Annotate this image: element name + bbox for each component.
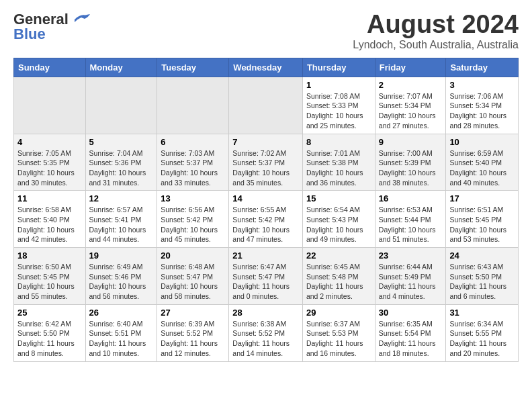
calendar-cell: 28Sunrise: 6:38 AM Sunset: 5:52 PM Dayli… [229,304,303,361]
day-info: Sunrise: 6:59 AM Sunset: 5:40 PM Dayligh… [449,148,515,188]
day-info: Sunrise: 6:40 AM Sunset: 5:51 PM Dayligh… [89,319,154,359]
day-info: Sunrise: 6:44 AM Sunset: 5:49 PM Dayligh… [379,262,443,302]
calendar-cell: 23Sunrise: 6:44 AM Sunset: 5:49 PM Dayli… [375,248,446,305]
day-number: 19 [89,250,154,261]
weekday-header-wednesday: Wednesday [229,58,303,77]
day-info: Sunrise: 7:04 AM Sunset: 5:36 PM Dayligh… [89,148,154,188]
logo: General Blue [13,11,91,43]
day-number: 21 [232,250,299,261]
day-number: 7 [232,137,299,147]
day-number: 25 [17,308,82,318]
weekday-header-row: SundayMondayTuesdayWednesdayThursdayFrid… [14,58,519,77]
day-info: Sunrise: 6:48 AM Sunset: 5:47 PM Dayligh… [161,262,225,302]
calendar-cell: 22Sunrise: 6:45 AM Sunset: 5:48 PM Dayli… [302,248,375,305]
day-number: 14 [232,193,299,203]
day-info: Sunrise: 6:39 AM Sunset: 5:52 PM Dayligh… [161,319,225,359]
calendar-week-row: 11Sunrise: 6:58 AM Sunset: 5:40 PM Dayli… [14,191,519,248]
calendar-cell: 4Sunrise: 7:05 AM Sunset: 5:35 PM Daylig… [14,134,86,191]
calendar-cell [14,77,86,134]
calendar-cell: 10Sunrise: 6:59 AM Sunset: 5:40 PM Dayli… [446,134,519,191]
day-number: 31 [449,308,515,318]
weekday-header-thursday: Thursday [302,58,375,77]
calendar-cell: 20Sunrise: 6:48 AM Sunset: 5:47 PM Dayli… [157,248,229,305]
day-number: 11 [17,193,82,203]
calendar-cell: 31Sunrise: 6:34 AM Sunset: 5:55 PM Dayli… [446,304,519,361]
day-info: Sunrise: 7:07 AM Sunset: 5:34 PM Dayligh… [379,91,443,131]
day-info: Sunrise: 6:53 AM Sunset: 5:44 PM Dayligh… [379,205,443,244]
calendar-cell: 14Sunrise: 6:55 AM Sunset: 5:42 PM Dayli… [229,191,303,248]
day-info: Sunrise: 6:50 AM Sunset: 5:45 PM Dayligh… [17,262,82,302]
weekday-header-saturday: Saturday [446,58,519,77]
day-info: Sunrise: 6:51 AM Sunset: 5:45 PM Dayligh… [449,205,515,244]
day-number: 27 [161,308,225,318]
weekday-header-monday: Monday [85,58,157,77]
day-info: Sunrise: 6:47 AM Sunset: 5:47 PM Dayligh… [232,262,299,302]
day-number: 30 [379,308,443,318]
day-number: 13 [161,193,225,203]
day-number: 5 [89,137,154,147]
calendar-cell: 12Sunrise: 6:57 AM Sunset: 5:41 PM Dayli… [85,191,157,248]
day-number: 1 [306,80,371,90]
day-info: Sunrise: 6:58 AM Sunset: 5:40 PM Dayligh… [17,205,82,244]
day-number: 3 [449,80,515,90]
day-info: Sunrise: 7:08 AM Sunset: 5:33 PM Dayligh… [306,91,371,131]
page-header: General Blue August 2024 Lyndoch, South … [13,11,519,51]
calendar-cell: 24Sunrise: 6:43 AM Sunset: 5:50 PM Dayli… [446,248,519,305]
calendar-cell: 17Sunrise: 6:51 AM Sunset: 5:45 PM Dayli… [446,191,519,248]
calendar-cell: 26Sunrise: 6:40 AM Sunset: 5:51 PM Dayli… [85,304,157,361]
calendar-cell: 27Sunrise: 6:39 AM Sunset: 5:52 PM Dayli… [157,304,229,361]
day-info: Sunrise: 6:56 AM Sunset: 5:42 PM Dayligh… [161,205,225,244]
day-number: 16 [379,193,443,203]
calendar-cell: 13Sunrise: 6:56 AM Sunset: 5:42 PM Dayli… [157,191,229,248]
calendar-week-row: 18Sunrise: 6:50 AM Sunset: 5:45 PM Dayli… [14,248,519,305]
day-number: 4 [17,137,82,147]
calendar-cell: 7Sunrise: 7:02 AM Sunset: 5:37 PM Daylig… [229,134,303,191]
calendar-cell: 19Sunrise: 6:49 AM Sunset: 5:46 PM Dayli… [85,248,157,305]
calendar-week-row: 25Sunrise: 6:42 AM Sunset: 5:50 PM Dayli… [14,304,519,361]
calendar-cell: 21Sunrise: 6:47 AM Sunset: 5:47 PM Dayli… [229,248,303,305]
day-info: Sunrise: 7:06 AM Sunset: 5:34 PM Dayligh… [449,91,515,131]
calendar-week-row: 4Sunrise: 7:05 AM Sunset: 5:35 PM Daylig… [14,134,519,191]
day-number: 6 [161,137,225,147]
calendar-cell: 2Sunrise: 7:07 AM Sunset: 5:34 PM Daylig… [375,77,446,134]
calendar-cell: 9Sunrise: 7:00 AM Sunset: 5:39 PM Daylig… [375,134,446,191]
page-subtitle: Lyndoch, South Australia, Australia [353,39,519,51]
calendar-cell: 25Sunrise: 6:42 AM Sunset: 5:50 PM Dayli… [14,304,86,361]
day-number: 18 [17,250,82,261]
day-info: Sunrise: 6:37 AM Sunset: 5:53 PM Dayligh… [306,319,371,359]
weekday-header-sunday: Sunday [14,58,86,77]
day-number: 2 [379,80,443,90]
day-info: Sunrise: 6:35 AM Sunset: 5:54 PM Dayligh… [379,319,443,359]
day-info: Sunrise: 6:49 AM Sunset: 5:46 PM Dayligh… [89,262,154,302]
day-info: Sunrise: 6:43 AM Sunset: 5:50 PM Dayligh… [449,262,515,302]
calendar-cell [85,77,157,134]
day-number: 15 [306,193,371,203]
day-info: Sunrise: 6:42 AM Sunset: 5:50 PM Dayligh… [17,319,82,359]
day-number: 17 [449,193,515,203]
calendar-cell: 5Sunrise: 7:04 AM Sunset: 5:36 PM Daylig… [85,134,157,191]
calendar-cell: 18Sunrise: 6:50 AM Sunset: 5:45 PM Dayli… [14,248,86,305]
day-info: Sunrise: 6:38 AM Sunset: 5:52 PM Dayligh… [232,319,299,359]
day-info: Sunrise: 7:01 AM Sunset: 5:38 PM Dayligh… [306,148,371,188]
day-info: Sunrise: 7:03 AM Sunset: 5:37 PM Dayligh… [161,148,225,188]
weekday-header-tuesday: Tuesday [157,58,229,77]
day-info: Sunrise: 6:54 AM Sunset: 5:43 PM Dayligh… [306,205,371,244]
calendar-cell [229,77,303,134]
day-number: 23 [379,250,443,261]
day-info: Sunrise: 6:57 AM Sunset: 5:41 PM Dayligh… [89,205,154,244]
day-number: 29 [306,308,371,318]
calendar-cell: 29Sunrise: 6:37 AM Sunset: 5:53 PM Dayli… [302,304,375,361]
calendar-cell: 1Sunrise: 7:08 AM Sunset: 5:33 PM Daylig… [302,77,375,134]
day-info: Sunrise: 7:00 AM Sunset: 5:39 PM Dayligh… [379,148,443,188]
calendar-cell: 16Sunrise: 6:53 AM Sunset: 5:44 PM Dayli… [375,191,446,248]
day-number: 26 [89,308,154,318]
day-info: Sunrise: 7:02 AM Sunset: 5:37 PM Dayligh… [232,148,299,188]
calendar-week-row: 1Sunrise: 7:08 AM Sunset: 5:33 PM Daylig… [14,77,519,134]
day-info: Sunrise: 6:55 AM Sunset: 5:42 PM Dayligh… [232,205,299,244]
weekday-header-friday: Friday [375,58,446,77]
calendar-cell: 15Sunrise: 6:54 AM Sunset: 5:43 PM Dayli… [302,191,375,248]
day-number: 22 [306,250,371,261]
day-number: 28 [232,308,299,318]
day-number: 20 [161,250,225,261]
calendar-table: SundayMondayTuesdayWednesdayThursdayFrid… [13,58,519,362]
